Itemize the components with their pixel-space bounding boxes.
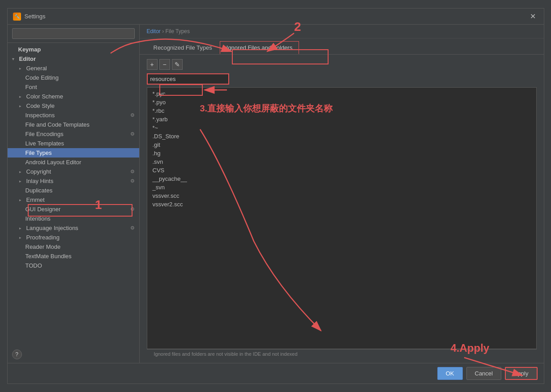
sidebar-item-emmet[interactable]: ▸Emmet bbox=[8, 195, 139, 205]
sidebar-item-label: Emmet bbox=[26, 196, 45, 203]
list-item[interactable]: *.pyo bbox=[147, 98, 536, 107]
sidebar-item-file-code-templates[interactable]: File and Code Templates bbox=[8, 120, 139, 129]
chevron-icon: ▸ bbox=[19, 104, 25, 108]
list-item[interactable]: .git bbox=[147, 141, 536, 149]
sidebar-item-todo[interactable]: TODO bbox=[8, 261, 139, 270]
search-input[interactable] bbox=[12, 28, 135, 39]
list-item[interactable]: CVS bbox=[147, 166, 536, 175]
file-name-input[interactable] bbox=[147, 73, 229, 85]
close-button[interactable]: ✕ bbox=[527, 11, 538, 21]
sidebar-item-gui-designer[interactable]: GUI Designer⚙ bbox=[8, 205, 139, 214]
sidebar-item-file-encodings[interactable]: File Encodings⚙ bbox=[8, 129, 139, 139]
search-bar bbox=[8, 25, 139, 43]
dialog-footer: OK Cancel Apply bbox=[8, 363, 544, 383]
remove-button[interactable]: − bbox=[159, 59, 170, 70]
file-input-row bbox=[147, 73, 537, 85]
list-item[interactable]: vssver.scc bbox=[147, 192, 536, 200]
chevron-icon: ▸ bbox=[19, 235, 25, 240]
gear-icon: ⚙ bbox=[130, 131, 135, 137]
chevron-icon: ▸ bbox=[19, 170, 25, 174]
sidebar-item-label: Inspections bbox=[26, 112, 55, 119]
chevron-icon: ▸ bbox=[19, 198, 25, 202]
sidebar-item-color-scheme[interactable]: ▸Color Scheme bbox=[8, 92, 139, 101]
gear-icon: ⚙ bbox=[130, 112, 135, 118]
tab-recognized[interactable]: Recognized File Types bbox=[147, 41, 219, 54]
sidebar-item-font[interactable]: Font bbox=[8, 82, 139, 92]
title-bar: 🔧 Settings ✕ bbox=[8, 9, 544, 25]
app-icon: 🔧 bbox=[13, 13, 21, 21]
list-item[interactable]: _svn bbox=[147, 183, 536, 192]
sidebar: Keymap▾Editor▸GeneralCode EditingFont▸Co… bbox=[8, 25, 140, 363]
add-button[interactable]: + bbox=[147, 59, 158, 70]
sidebar-item-editor[interactable]: ▾Editor bbox=[8, 54, 139, 64]
sidebar-item-general[interactable]: ▸General bbox=[8, 64, 139, 73]
sidebar-item-textmate-bundles[interactable]: TextMate Bundles bbox=[8, 251, 139, 261]
list-item[interactable]: .hg bbox=[147, 149, 536, 158]
sidebar-item-copyright[interactable]: ▸Copyright⚙ bbox=[8, 167, 139, 176]
chevron-icon: ▸ bbox=[19, 66, 25, 71]
dialog-body: Keymap▾Editor▸GeneralCode EditingFont▸Co… bbox=[8, 25, 544, 363]
gear-icon: ⚙ bbox=[130, 225, 135, 231]
sidebar-item-language-injections[interactable]: ▸Language Injections⚙ bbox=[8, 223, 139, 233]
gear-icon: ⚙ bbox=[130, 178, 135, 184]
breadcrumb-parent[interactable]: Editor bbox=[147, 28, 161, 34]
list-item[interactable]: vssver2.scc bbox=[147, 200, 536, 209]
sidebar-item-inspections[interactable]: Inspections⚙ bbox=[8, 111, 139, 120]
sidebar-item-label: Inlay Hints bbox=[26, 178, 54, 184]
list-item[interactable]: *.rbc bbox=[147, 107, 536, 115]
list-item[interactable]: *.yarb bbox=[147, 115, 536, 124]
main-content: Editor › File Types Recognized File Type… bbox=[140, 25, 544, 363]
tab-ignored[interactable]: Ignored Files and Folders bbox=[220, 41, 299, 54]
list-item[interactable]: __pycache__ bbox=[147, 175, 536, 183]
sidebar-tree: Keymap▾Editor▸GeneralCode EditingFont▸Co… bbox=[8, 43, 139, 349]
tabs-bar: Recognized File TypesIgnored Files and F… bbox=[140, 38, 544, 55]
sidebar-item-live-templates[interactable]: Live Templates bbox=[8, 139, 139, 148]
chevron-icon: ▾ bbox=[12, 57, 17, 61]
sidebar-item-inlay-hints[interactable]: ▸Inlay Hints⚙ bbox=[8, 176, 139, 186]
sidebar-item-android-layout-editor[interactable]: Android Layout Editor bbox=[8, 158, 139, 167]
sidebar-item-label: Language Injections bbox=[26, 225, 78, 231]
status-text: Ignored files and folders are not visibl… bbox=[147, 349, 537, 358]
sidebar-item-label: Android Layout Editor bbox=[26, 159, 81, 166]
list-item[interactable]: *~ bbox=[147, 124, 536, 132]
cancel-button[interactable]: Cancel bbox=[466, 367, 501, 380]
breadcrumb-current: File Types bbox=[166, 28, 190, 34]
sidebar-item-label: Code Style bbox=[26, 102, 55, 109]
breadcrumb-separator: › bbox=[162, 28, 164, 34]
gear-icon: ⚙ bbox=[130, 206, 135, 212]
sidebar-item-label: Live Templates bbox=[26, 140, 64, 147]
apply-button[interactable]: Apply bbox=[505, 367, 538, 380]
sidebar-item-intentions[interactable]: Intentions bbox=[8, 214, 139, 223]
sidebar-item-duplicates[interactable]: Duplicates bbox=[8, 186, 139, 195]
list-item[interactable]: .svn bbox=[147, 158, 536, 166]
sidebar-item-reader-mode[interactable]: Reader Mode bbox=[8, 242, 139, 251]
breadcrumb: Editor › File Types bbox=[140, 25, 544, 38]
ok-button[interactable]: OK bbox=[437, 367, 463, 380]
chevron-icon: ▸ bbox=[19, 94, 25, 99]
list-item[interactable]: *.pyc bbox=[147, 89, 536, 98]
sidebar-item-proofreading[interactable]: ▸Proofreading bbox=[8, 233, 139, 242]
sidebar-item-label: GUI Designer bbox=[26, 206, 61, 213]
sidebar-item-label: Editor bbox=[19, 55, 36, 62]
sidebar-item-code-style[interactable]: ▸Code Style bbox=[8, 101, 139, 111]
settings-dialog: 🔧 Settings ✕ Keymap▾Editor▸GeneralCode E… bbox=[7, 8, 544, 384]
sidebar-item-code-editing[interactable]: Code Editing bbox=[8, 73, 139, 82]
sidebar-item-label: File Encodings bbox=[26, 131, 64, 137]
sidebar-item-keymap[interactable]: Keymap bbox=[8, 45, 139, 54]
content-area: + − ✎ *.pyc*.pyo*.rbc*.yarb*~.DS_Store.g… bbox=[140, 55, 544, 363]
sidebar-item-label: File and Code Templates bbox=[26, 121, 90, 128]
edit-button[interactable]: ✎ bbox=[172, 59, 183, 70]
sidebar-item-label: Reader Mode bbox=[26, 243, 61, 250]
help-button[interactable]: ? bbox=[12, 349, 22, 359]
sidebar-item-label: Color Scheme bbox=[26, 93, 63, 100]
ignored-files-list: *.pyc*.pyo*.rbc*.yarb*~.DS_Store.git.hg.… bbox=[147, 87, 537, 349]
list-item[interactable]: .DS_Store bbox=[147, 132, 536, 141]
sidebar-item-label: Keymap bbox=[18, 46, 41, 53]
sidebar-item-label: Copyright bbox=[26, 168, 51, 175]
sidebar-item-file-types[interactable]: File Types bbox=[8, 148, 139, 158]
dialog-title: Settings bbox=[25, 13, 46, 20]
sidebar-item-label: Duplicates bbox=[26, 187, 53, 194]
sidebar-item-label: TODO bbox=[26, 262, 42, 269]
chevron-icon: ▸ bbox=[19, 179, 25, 183]
sidebar-item-label: General bbox=[26, 65, 47, 72]
